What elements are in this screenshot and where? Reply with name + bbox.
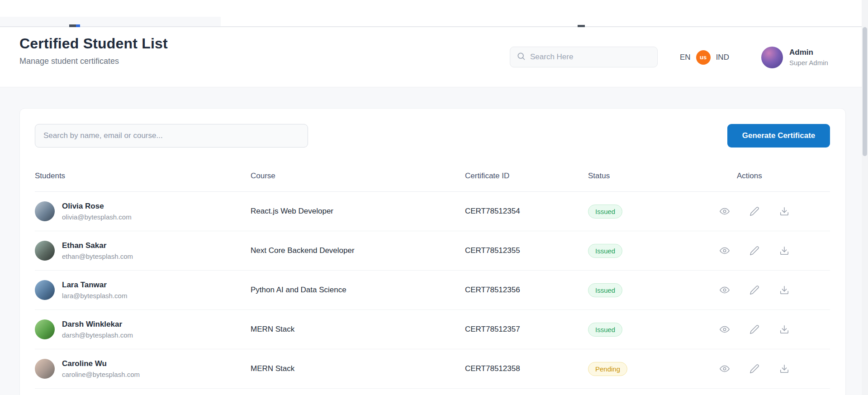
table-row: Darsh Winklekar darsh@bytesplash.com MER… bbox=[35, 310, 830, 349]
student-cell: Olivia Rose olivia@bytesplash.com bbox=[35, 201, 251, 221]
view-button[interactable] bbox=[720, 364, 730, 374]
table-header-row: Students Course Certificate ID Status Ac… bbox=[35, 160, 830, 192]
edit-button[interactable] bbox=[749, 324, 759, 334]
view-button[interactable] bbox=[720, 324, 730, 334]
status-badge: Issued bbox=[588, 283, 622, 297]
certificate-id-cell: CERT78512356 bbox=[465, 286, 588, 295]
actions-cell bbox=[706, 285, 830, 295]
course-cell: React.js Web Developer bbox=[251, 207, 465, 216]
download-button[interactable] bbox=[779, 285, 789, 295]
status-badge: Issued bbox=[588, 205, 622, 219]
table-search[interactable] bbox=[35, 124, 308, 148]
global-search[interactable] bbox=[510, 47, 658, 67]
student-avatar bbox=[35, 280, 55, 300]
certified-students-card: Generate Certificate Students Course Cer… bbox=[19, 108, 846, 395]
top-tab-strip bbox=[0, 17, 221, 27]
download-button[interactable] bbox=[779, 206, 789, 216]
user-menu[interactable]: Admin Super Admin bbox=[761, 27, 828, 87]
certificate-id-cell: CERT78512355 bbox=[465, 246, 588, 255]
student-name: Ethan Sakar bbox=[62, 241, 133, 250]
table-row: Olivia Rose olivia@bytesplash.com React.… bbox=[35, 192, 830, 231]
student-avatar bbox=[35, 359, 55, 379]
certificate-id-cell: CERT78512358 bbox=[465, 364, 588, 373]
column-header-status: Status bbox=[588, 171, 706, 181]
status-badge: Pending bbox=[588, 362, 627, 376]
status-badge: Issued bbox=[588, 244, 622, 258]
column-header-course: Course bbox=[251, 171, 465, 181]
download-button[interactable] bbox=[779, 364, 789, 374]
download-button[interactable] bbox=[779, 324, 789, 334]
table-row: Caroline Wu caroline@bytesplash.com MERN… bbox=[35, 349, 830, 389]
edit-button[interactable] bbox=[749, 285, 759, 295]
edit-button[interactable] bbox=[749, 246, 759, 256]
search-icon bbox=[517, 52, 526, 62]
language-flag-badge[interactable]: us bbox=[696, 50, 711, 65]
student-cell: Ethan Sakar ethan@bytesplash.com bbox=[35, 241, 251, 261]
user-name: Admin bbox=[789, 48, 828, 57]
student-email: caroline@bytesplash.com bbox=[62, 371, 140, 378]
course-cell: MERN Stack bbox=[251, 364, 465, 373]
actions-cell bbox=[706, 324, 830, 334]
student-email: darsh@bytesplash.com bbox=[62, 331, 133, 339]
student-cell: Lara Tanwar lara@bytesplash.com bbox=[35, 280, 251, 300]
actions-cell bbox=[706, 246, 830, 256]
actions-cell bbox=[706, 364, 830, 374]
student-avatar bbox=[35, 201, 55, 221]
scrollbar-thumb[interactable] bbox=[863, 27, 867, 156]
download-button[interactable] bbox=[779, 246, 789, 256]
course-cell: Python AI and Data Science bbox=[251, 286, 465, 295]
table-search-input[interactable] bbox=[43, 131, 299, 140]
generate-certificate-button[interactable]: Generate Certificate bbox=[727, 124, 830, 148]
page-header: Certified Student List Manage student ce… bbox=[0, 27, 868, 87]
column-header-actions: Actions bbox=[706, 171, 830, 181]
page-subtitle: Manage student certificates bbox=[19, 57, 168, 66]
course-cell: MERN Stack bbox=[251, 325, 465, 334]
view-button[interactable] bbox=[720, 206, 730, 216]
student-name: Darsh Winklekar bbox=[62, 320, 133, 329]
table-row: Lara Tanwar lara@bytesplash.com Python A… bbox=[35, 271, 830, 310]
column-header-certificate-id: Certificate ID bbox=[465, 171, 588, 181]
edit-button[interactable] bbox=[749, 206, 759, 216]
page-background: Generate Certificate Students Course Cer… bbox=[0, 87, 868, 395]
student-avatar bbox=[35, 241, 55, 261]
student-email: olivia@bytesplash.com bbox=[62, 213, 132, 221]
student-name: Olivia Rose bbox=[62, 202, 132, 211]
language-option-ind[interactable]: IND bbox=[716, 53, 729, 62]
student-name: Caroline Wu bbox=[62, 359, 140, 368]
column-header-students: Students bbox=[35, 171, 251, 181]
certificate-id-cell: CERT78512357 bbox=[465, 325, 588, 334]
status-badge: Issued bbox=[588, 323, 622, 337]
page-title: Certified Student List bbox=[19, 35, 168, 52]
students-table: Students Course Certificate ID Status Ac… bbox=[35, 160, 830, 389]
view-button[interactable] bbox=[720, 285, 730, 295]
user-role: Super Admin bbox=[789, 59, 828, 67]
card-toolbar: Generate Certificate bbox=[20, 109, 845, 148]
student-cell: Darsh Winklekar darsh@bytesplash.com bbox=[35, 319, 251, 339]
certificate-id-cell: CERT78512354 bbox=[465, 207, 588, 216]
language-switcher: EN us IND bbox=[680, 27, 729, 87]
language-option-en[interactable]: EN bbox=[680, 53, 691, 62]
student-name: Lara Tanwar bbox=[62, 281, 127, 290]
student-email: lara@bytesplash.com bbox=[62, 292, 127, 300]
edit-button[interactable] bbox=[749, 364, 759, 374]
actions-cell bbox=[706, 206, 830, 216]
student-cell: Caroline Wu caroline@bytesplash.com bbox=[35, 359, 251, 379]
user-avatar[interactable] bbox=[761, 47, 783, 68]
global-search-input[interactable] bbox=[530, 52, 651, 62]
table-row: Ethan Sakar ethan@bytesplash.com Next Co… bbox=[35, 231, 830, 271]
scrollbar-track[interactable] bbox=[862, 0, 868, 395]
student-avatar bbox=[35, 319, 55, 339]
student-email: ethan@bytesplash.com bbox=[62, 252, 133, 260]
title-block: Certified Student List Manage student ce… bbox=[19, 35, 168, 66]
view-button[interactable] bbox=[720, 246, 730, 256]
course-cell: Next Core Backend Developer bbox=[251, 246, 465, 255]
